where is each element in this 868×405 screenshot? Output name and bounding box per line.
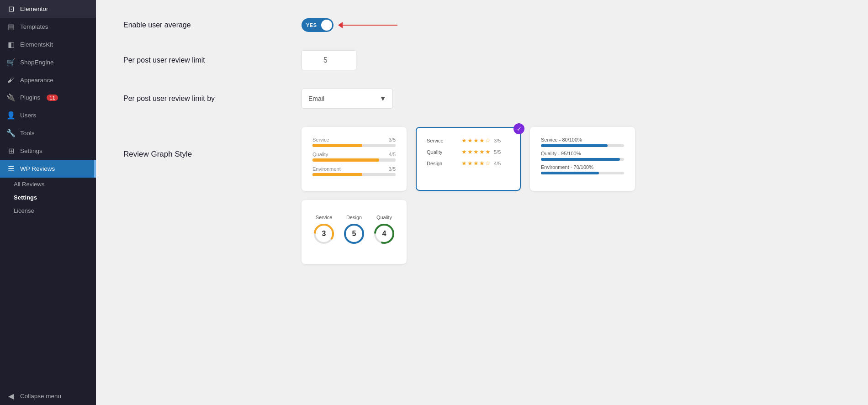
arrow-indicator (338, 22, 397, 28)
bar-row: Quality 4/5 (312, 152, 396, 162)
bar-score: 3/5 (389, 166, 396, 172)
users-icon: 👤 (6, 111, 16, 120)
review-graph-style-label: Review Graph Style (123, 127, 288, 159)
sidebar-item-label-plugins: Plugins (20, 94, 40, 101)
sidebar-item-shopengine[interactable]: 🛒 ShopEngine (0, 53, 96, 71)
progress-row: Environment - 70/100% (541, 164, 624, 174)
graph-card-progress-style[interactable]: Service - 80/100% Quality - 95/100% Envi… (530, 127, 635, 191)
sidebar-item-label-templates: Templates (20, 23, 48, 30)
star-label: Design (427, 161, 459, 166)
bar-row: Service 3/5 (312, 137, 396, 147)
sidebar-item-label-elementor: Elementor (20, 5, 48, 12)
chevron-left-icon: ◀ (6, 392, 16, 400)
bar-bg (312, 173, 396, 176)
settings-icon: ⊞ (6, 147, 16, 155)
sidebar-item-templates[interactable]: ▤ Templates (0, 18, 96, 36)
circle-label: Design (346, 215, 362, 220)
progress-bg (541, 158, 624, 161)
chevron-down-icon: ▼ (380, 95, 386, 102)
sidebar-item-tools[interactable]: 🔧 Tools (0, 124, 96, 142)
tools-icon: 🔧 (6, 129, 16, 137)
star-score: 4/5 (494, 161, 501, 166)
stars-icon: ★★★★☆ (461, 137, 491, 144)
graph-card-bar-style[interactable]: Service 3/5 Quality 4/5 Environment 3/5 (302, 127, 407, 191)
wp-reviews-icon: ☰ (6, 164, 16, 173)
active-bar (94, 160, 96, 178)
circle-label: Service (316, 215, 333, 220)
toggle-knob (321, 20, 332, 31)
circle-item-design: Design 5 (343, 215, 365, 245)
arrow-head-icon (338, 22, 343, 28)
bar-score: 4/5 (389, 152, 396, 157)
progress-bg (541, 144, 624, 147)
star-score: 3/5 (494, 138, 501, 143)
bar-score: 3/5 (389, 137, 396, 142)
bar-bg (312, 158, 396, 162)
toggle-yes-label: YES (306, 22, 317, 28)
stars-icon: ★★★★★ (461, 148, 491, 155)
bar-fill (312, 173, 362, 176)
limit-by-select[interactable]: Email ▼ (302, 89, 393, 109)
per-post-limit-row: Per post user review limit (123, 50, 841, 70)
elementskit-icon: ◧ (6, 40, 16, 49)
toggle-container: YES (302, 18, 397, 32)
circle-ring: 5 (343, 223, 365, 245)
sidebar-item-label-wp-reviews: WP Reviews (20, 165, 55, 172)
per-post-limit-input-wrapper (302, 50, 356, 70)
progress-row: Quality - 95/100% (541, 151, 624, 161)
bar-label: Quality (312, 152, 328, 157)
sidebar-sub-license[interactable]: License (0, 204, 96, 217)
circle-label: Quality (376, 215, 392, 220)
sidebar-item-label-appearance: Appearance (20, 77, 53, 84)
per-post-limit-by-row: Per post user review limit by Email ▼ (123, 89, 841, 109)
circle-ring: 3 (313, 223, 335, 245)
sidebar-item-label-users: Users (20, 112, 36, 119)
shopengine-icon: 🛒 (6, 58, 16, 67)
star-row: Design ★★★★☆ 4/5 (427, 160, 510, 167)
bar-fill (312, 158, 379, 162)
per-post-limit-input[interactable] (302, 51, 356, 70)
sidebar-item-label-settings: Settings (20, 147, 42, 154)
sidebar-item-elementor[interactable]: ⊡ Elementor (0, 0, 96, 18)
sidebar-item-label-shopengine: ShopEngine (20, 59, 54, 66)
collapse-menu-button[interactable]: ◀ Collapse menu (0, 387, 96, 405)
progress-fill (541, 172, 599, 174)
sidebar-item-label-elementskit: ElementsKit (20, 41, 53, 48)
templates-icon: ▤ (6, 22, 16, 31)
enable-user-average-row: Enable user average YES (123, 18, 841, 32)
appearance-icon: 🖌 (6, 76, 16, 84)
card-selected-icon: ✓ (513, 123, 524, 134)
star-label: Quality (427, 149, 459, 155)
progress-label: Service - 80/100% (541, 137, 624, 142)
progress-fill (541, 144, 608, 147)
enable-user-average-label: Enable user average (123, 21, 288, 29)
enable-user-average-toggle[interactable]: YES (302, 18, 333, 32)
bar-label: Environment (312, 166, 341, 172)
sidebar-item-settings[interactable]: ⊞ Settings (0, 142, 96, 160)
circle-value: 4 (382, 230, 386, 238)
circle-item-quality: Quality 4 (373, 215, 395, 245)
elementor-icon: ⊡ (6, 5, 16, 13)
circle-style-card[interactable]: Service 3 Design 5 Quality 4 (302, 200, 407, 264)
arrow-line (343, 25, 397, 26)
progress-label: Environment - 70/100% (541, 164, 624, 170)
star-label: Service (427, 138, 459, 143)
sidebar-item-users[interactable]: 👤 Users (0, 106, 96, 124)
sidebar-item-label-tools: Tools (20, 130, 35, 137)
star-score: 5/5 (494, 149, 501, 155)
circle-value: 5 (352, 230, 356, 238)
main-content: Enable user average YES Per post user re… (96, 0, 868, 405)
sidebar-sub-settings-sub[interactable]: Settings (0, 191, 96, 204)
stars-icon: ★★★★☆ (461, 160, 491, 167)
sidebar-item-appearance[interactable]: 🖌 Appearance (0, 71, 96, 89)
progress-row: Service - 80/100% (541, 137, 624, 147)
sidebar-item-elementskit[interactable]: ◧ ElementsKit (0, 36, 96, 53)
per-post-limit-by-label: Per post user review limit by (123, 95, 288, 103)
progress-bg (541, 172, 624, 174)
sidebar-sub-all-reviews[interactable]: All Reviews (0, 178, 96, 191)
plugins-icon: 🔌 (6, 93, 16, 102)
graph-card-star-style[interactable]: ✓ Service ★★★★☆ 3/5 Quality ★★★★★ 5/5 De… (416, 127, 521, 191)
sidebar-item-wp-reviews[interactable]: ☰ WP Reviews (0, 160, 96, 178)
sidebar-item-plugins[interactable]: 🔌 Plugins 11 (0, 89, 96, 106)
graph-cards-row: Service 3/5 Quality 4/5 Environment 3/5 (302, 127, 635, 191)
